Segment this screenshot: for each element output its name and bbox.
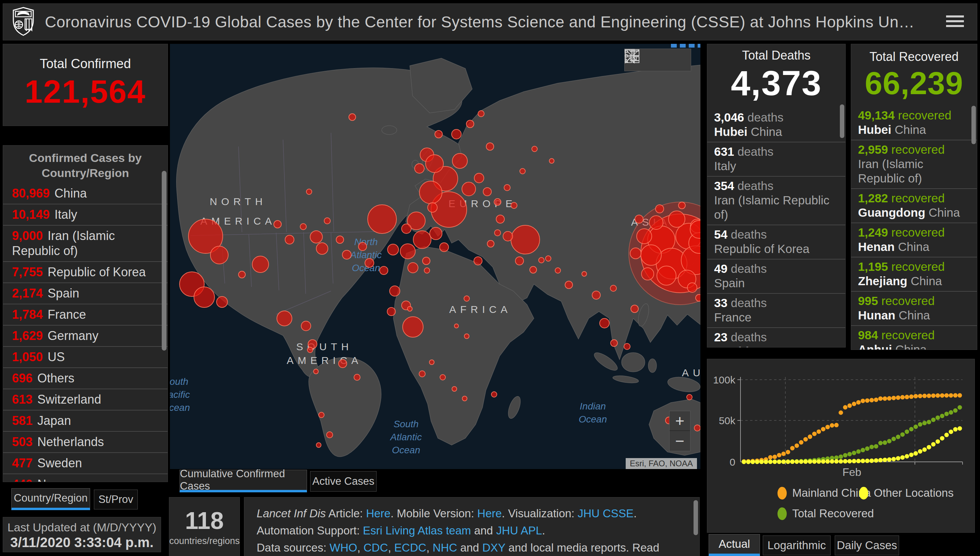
case-bubble[interactable] xyxy=(211,246,228,264)
case-bubble[interactable] xyxy=(630,248,641,259)
case-bubble[interactable] xyxy=(428,203,437,212)
recovered-row[interactable]: 1,282 recoveredGuangdong China xyxy=(851,189,977,223)
confirmed-country-row[interactable]: 9,000Iran (Islamic Republic of) xyxy=(3,226,168,262)
deaths-row[interactable]: 631 deaths Italy xyxy=(707,142,846,177)
case-bubble[interactable] xyxy=(454,324,458,328)
case-bubble[interactable] xyxy=(555,268,560,273)
case-bubble[interactable] xyxy=(316,243,328,254)
case-bubble[interactable] xyxy=(656,205,664,213)
tab-country-region[interactable]: Country/Region xyxy=(11,488,90,510)
country-list-scrollbar[interactable] xyxy=(162,171,167,351)
case-bubble[interactable] xyxy=(511,225,540,254)
deaths-row[interactable]: 23 deathsWashington US xyxy=(707,328,846,348)
case-bubble[interactable] xyxy=(462,396,467,401)
deaths-list-scrollbar[interactable] xyxy=(840,104,844,138)
case-bubble[interactable] xyxy=(650,216,663,230)
case-bubble[interactable] xyxy=(530,267,536,273)
case-bubble[interactable] xyxy=(429,360,434,365)
legend-total-recovered[interactable]: Total Recovered xyxy=(778,507,874,520)
case-bubble[interactable] xyxy=(403,317,423,337)
tab-actual[interactable]: Actual xyxy=(709,534,760,556)
case-bubble[interactable] xyxy=(474,257,482,265)
case-bubble[interactable] xyxy=(274,220,281,228)
confirmed-country-row[interactable]: 1,050US xyxy=(3,347,168,368)
case-bubble[interactable] xyxy=(387,244,398,255)
case-bubble[interactable] xyxy=(452,129,461,139)
case-bubble[interactable] xyxy=(252,256,269,273)
case-bubble[interactable] xyxy=(339,359,347,368)
case-bubble[interactable] xyxy=(679,202,685,209)
case-bubble[interactable] xyxy=(462,182,476,196)
tab-daily-cases[interactable]: Daily Cases xyxy=(835,535,899,555)
case-bubble[interactable] xyxy=(420,181,442,204)
menu-icon[interactable] xyxy=(946,15,964,29)
info-link[interactable]: Here xyxy=(366,507,390,520)
case-bubble[interactable] xyxy=(415,164,424,173)
confirmed-country-row[interactable]: 2,174Spain xyxy=(3,283,168,304)
case-bubble[interactable] xyxy=(511,202,517,208)
case-bubble[interactable] xyxy=(380,267,388,275)
info-link[interactable]: ECDC xyxy=(394,541,427,554)
tab-active-cases[interactable]: Active Cases xyxy=(310,471,377,491)
case-bubble[interactable] xyxy=(515,257,523,265)
case-bubble[interactable] xyxy=(277,311,292,326)
recovered-row[interactable]: 995 recoveredHunan China xyxy=(851,292,977,326)
tab-logarithmic[interactable]: Logarithmic xyxy=(763,535,831,555)
case-bubble[interactable] xyxy=(324,218,330,224)
recovered-row[interactable]: 984 recoveredAnhui China xyxy=(851,326,977,350)
case-bubble[interactable] xyxy=(487,240,494,247)
case-bubble[interactable] xyxy=(419,371,425,377)
confirmed-country-row[interactable]: 613Switzerland xyxy=(3,389,168,411)
case-bubble[interactable] xyxy=(549,158,554,163)
tab-st-prov[interactable]: St/Prov xyxy=(94,490,138,509)
case-bubble[interactable] xyxy=(301,321,311,331)
deaths-row[interactable]: 33 deaths France xyxy=(707,294,846,328)
case-bubble[interactable] xyxy=(402,224,411,233)
info-link[interactable]: Here xyxy=(477,507,502,520)
info-link[interactable]: Esri Living Atlas team xyxy=(363,524,471,537)
case-bubble[interactable] xyxy=(610,285,616,291)
case-bubble[interactable] xyxy=(358,242,367,251)
case-bubble[interactable] xyxy=(426,155,444,173)
case-bubble[interactable] xyxy=(494,230,501,236)
legend-other-locations[interactable]: Other Locations xyxy=(859,486,954,499)
info-link[interactable]: WHO xyxy=(330,541,357,554)
confirmed-country-row[interactable]: 477Sweden xyxy=(3,453,168,474)
confirmed-country-row[interactable]: 503Netherlands xyxy=(3,432,168,453)
recovered-row[interactable]: 2,959 recovered Iran (Islamic Republic o… xyxy=(851,141,977,189)
case-bubble[interactable] xyxy=(349,114,356,121)
case-bubble[interactable] xyxy=(483,187,491,196)
zoom-in-button[interactable]: + xyxy=(669,411,690,431)
confirmed-country-row[interactable]: 1,629Germany xyxy=(3,326,168,347)
deaths-row[interactable]: 354 deaths Iran (Islamic Republic of) xyxy=(707,177,846,225)
deaths-row[interactable]: 49 deaths Spain xyxy=(707,260,846,294)
case-bubble[interactable] xyxy=(430,227,442,240)
case-bubble[interactable] xyxy=(319,412,324,418)
case-bubble[interactable] xyxy=(354,374,360,380)
case-bubble[interactable] xyxy=(327,432,333,438)
case-bubble[interactable] xyxy=(565,281,573,289)
case-bubble[interactable] xyxy=(307,347,313,352)
case-bubble[interactable] xyxy=(478,111,484,117)
case-bubble[interactable] xyxy=(486,143,494,150)
info-link[interactable]: DXY xyxy=(482,541,505,554)
zoom-out-button[interactable]: − xyxy=(669,431,690,451)
case-bubble[interactable] xyxy=(435,131,442,138)
case-bubble[interactable] xyxy=(452,386,457,391)
case-bubble[interactable] xyxy=(407,306,412,311)
info-panel-scrollbar[interactable] xyxy=(693,500,698,535)
confirmed-country-row[interactable]: 80,969China xyxy=(3,183,168,204)
case-bubble[interactable] xyxy=(474,173,484,183)
case-bubble[interactable] xyxy=(496,215,504,223)
case-bubble[interactable] xyxy=(238,271,245,278)
case-bubble[interactable] xyxy=(669,211,685,227)
case-bubble[interactable] xyxy=(599,318,609,328)
case-bubble[interactable] xyxy=(390,286,400,296)
case-bubble[interactable] xyxy=(423,257,430,265)
case-bubble[interactable] xyxy=(424,268,430,273)
case-bubble[interactable] xyxy=(408,263,418,273)
case-bubble[interactable] xyxy=(368,205,397,233)
info-link[interactable]: CDC xyxy=(364,541,388,554)
confirmed-country-row[interactable]: 7,755Republic of Korea xyxy=(3,262,168,283)
case-bubble[interactable] xyxy=(520,168,525,174)
